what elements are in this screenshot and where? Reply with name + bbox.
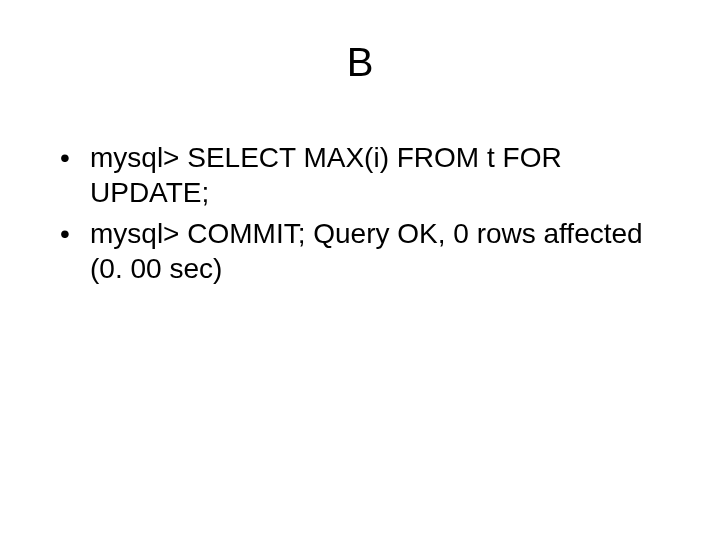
slide-content: mysql> SELECT MAX(i) FROM t FOR UPDATE; …: [40, 140, 680, 286]
bullet-list: mysql> SELECT MAX(i) FROM t FOR UPDATE; …: [60, 140, 680, 286]
slide-title: B: [40, 40, 680, 85]
slide: B mysql> SELECT MAX(i) FROM t FOR UPDATE…: [0, 0, 720, 540]
list-item: mysql> COMMIT; Query OK, 0 rows affected…: [60, 216, 680, 286]
list-item: mysql> SELECT MAX(i) FROM t FOR UPDATE;: [60, 140, 680, 210]
